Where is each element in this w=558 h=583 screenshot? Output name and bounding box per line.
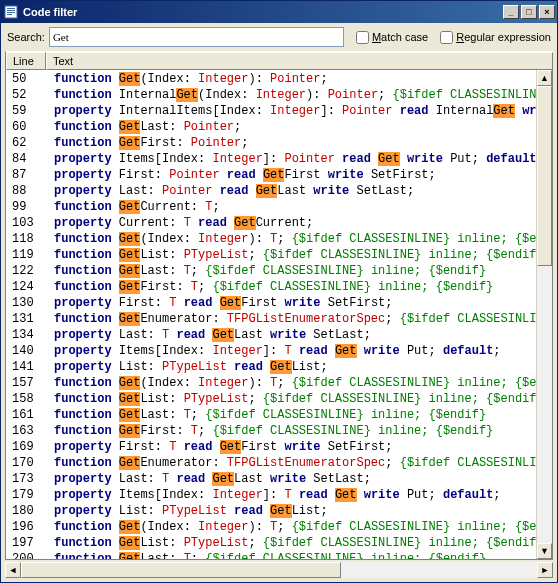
line-number: 173	[6, 471, 46, 487]
result-row[interactable]: 130property First: T read GetFirst write…	[6, 295, 536, 311]
maximize-button[interactable]: □	[521, 5, 537, 19]
line-number: 130	[6, 295, 46, 311]
result-row[interactable]: 179property Items[Index: Integer]: T rea…	[6, 487, 536, 503]
line-text: function GetList: PTypeList; {$ifdef CLA…	[46, 391, 536, 407]
line-text: property First: Pointer read GetFirst wr…	[46, 167, 536, 183]
line-number: 179	[6, 487, 46, 503]
svg-rect-1	[7, 8, 15, 9]
result-row[interactable]: 169property First: T read GetFirst write…	[6, 439, 536, 455]
result-row[interactable]: 119function GetList: PTypeList; {$ifdef …	[6, 247, 536, 263]
result-row[interactable]: 131function GetEnumerator: TFPGListEnume…	[6, 311, 536, 327]
result-row[interactable]: 50function Get(Index: Integer): Pointer;	[6, 71, 536, 87]
line-text: property Last: T read GetLast write SetL…	[46, 327, 536, 343]
line-number: 169	[6, 439, 46, 455]
close-button[interactable]: ×	[539, 5, 555, 19]
vertical-scrollbar[interactable]: ▲ ▼	[536, 70, 552, 559]
line-number: 124	[6, 279, 46, 295]
search-input[interactable]	[49, 27, 344, 47]
result-row[interactable]: 134property Last: T read GetLast write S…	[6, 327, 536, 343]
regex-checkbox[interactable]: Regular expression	[440, 31, 551, 44]
line-text: property Last: T read GetLast write SetL…	[46, 471, 536, 487]
result-row[interactable]: 197function GetList: PTypeList; {$ifdef …	[6, 535, 536, 551]
minimize-button[interactable]: _	[503, 5, 519, 19]
result-row[interactable]: 62function GetFirst: Pointer;	[6, 135, 536, 151]
svg-rect-3	[7, 12, 15, 13]
line-number: 50	[6, 71, 46, 87]
result-row[interactable]: 118function Get(Index: Integer): T; {$if…	[6, 231, 536, 247]
regex-label: Regular expression	[456, 31, 551, 43]
match-case-checkbox[interactable]: Match case	[356, 31, 428, 44]
column-headers: Line Text	[5, 51, 553, 70]
line-number: 122	[6, 263, 46, 279]
line-text: property List: PTypeList read GetList;	[46, 503, 536, 519]
scroll-down-button[interactable]: ▼	[537, 543, 552, 559]
result-row[interactable]: 84property Items[Index: Integer]: Pointe…	[6, 151, 536, 167]
line-text: function Get(Index: Integer): T; {$ifdef…	[46, 519, 536, 535]
line-text: function GetFirst: Pointer;	[46, 135, 536, 151]
column-header-text[interactable]: Text	[46, 52, 553, 70]
scroll-right-button[interactable]: ►	[537, 562, 553, 578]
regex-box[interactable]	[440, 31, 453, 44]
line-text: function GetEnumerator: TFPGListEnumerat…	[46, 455, 536, 471]
line-text: function GetCurrent: T;	[46, 199, 536, 215]
line-number: 87	[6, 167, 46, 183]
line-number: 103	[6, 215, 46, 231]
line-text: function Get(Index: Integer): Pointer;	[46, 71, 536, 87]
line-number: 99	[6, 199, 46, 215]
result-row[interactable]: 60function GetLast: Pointer;	[6, 119, 536, 135]
line-text: function GetList: PTypeList; {$ifdef CLA…	[46, 247, 536, 263]
scroll-thumb-horizontal[interactable]	[21, 562, 341, 578]
svg-rect-2	[7, 10, 15, 11]
svg-rect-4	[7, 14, 12, 15]
result-row[interactable]: 103property Current: T read GetCurrent;	[6, 215, 536, 231]
result-row[interactable]: 170function GetEnumerator: TFPGListEnume…	[6, 455, 536, 471]
result-row[interactable]: 163function GetFirst: T; {$ifdef CLASSES…	[6, 423, 536, 439]
scroll-thumb-vertical[interactable]	[537, 86, 552, 266]
result-row[interactable]: 124function GetFirst: T; {$ifdef CLASSES…	[6, 279, 536, 295]
line-number: 140	[6, 343, 46, 359]
result-row[interactable]: 158function GetList: PTypeList; {$ifdef …	[6, 391, 536, 407]
titlebar[interactable]: Code filter _ □ ×	[1, 1, 557, 23]
results-list[interactable]: 50function Get(Index: Integer): Pointer;…	[6, 70, 536, 559]
result-row[interactable]: 200function GetLast: T; {$ifdef CLASSESI…	[6, 551, 536, 559]
scroll-track-vertical[interactable]	[537, 86, 552, 543]
line-number: 119	[6, 247, 46, 263]
scroll-left-button[interactable]: ◄	[5, 562, 21, 578]
horizontal-scrollbar[interactable]: ◄ ►	[5, 562, 553, 578]
line-text: function InternalGet(Index: Integer): Po…	[46, 87, 536, 103]
line-text: function Get(Index: Integer): T; {$ifdef…	[46, 231, 536, 247]
search-row: Search: Match case Regular expression	[1, 23, 557, 51]
result-row[interactable]: 161function GetLast: T; {$ifdef CLASSESI…	[6, 407, 536, 423]
code-filter-window: Code filter _ □ × Search: Match case Reg…	[0, 0, 558, 583]
line-text: property Last: Pointer read GetLast writ…	[46, 183, 536, 199]
line-text: property First: T read GetFirst write Se…	[46, 439, 536, 455]
line-text: property Items[Index: Integer]: T read G…	[46, 487, 536, 503]
line-number: 180	[6, 503, 46, 519]
match-case-box[interactable]	[356, 31, 369, 44]
line-text: property Items[Index: Integer]: T read G…	[46, 343, 536, 359]
result-row[interactable]: 141property List: PTypeList read GetList…	[6, 359, 536, 375]
result-row[interactable]: 59property InternalItems[Index: Integer]…	[6, 103, 536, 119]
line-number: 118	[6, 231, 46, 247]
line-number: 131	[6, 311, 46, 327]
result-row[interactable]: 157function Get(Index: Integer): T; {$if…	[6, 375, 536, 391]
results-panel: 50function Get(Index: Integer): Pointer;…	[5, 70, 553, 560]
line-number: 59	[6, 103, 46, 119]
line-text: property List: PTypeList read GetList;	[46, 359, 536, 375]
result-row[interactable]: 87property First: Pointer read GetFirst …	[6, 167, 536, 183]
column-header-line[interactable]: Line	[6, 52, 46, 70]
result-row[interactable]: 196function Get(Index: Integer): T; {$if…	[6, 519, 536, 535]
scroll-track-horizontal[interactable]	[21, 562, 537, 578]
scroll-up-button[interactable]: ▲	[537, 70, 552, 86]
result-row[interactable]: 52function InternalGet(Index: Integer): …	[6, 87, 536, 103]
line-number: 170	[6, 455, 46, 471]
line-text: function GetLast: Pointer;	[46, 119, 536, 135]
result-row[interactable]: 180property List: PTypeList read GetList…	[6, 503, 536, 519]
line-number: 62	[6, 135, 46, 151]
result-row[interactable]: 140property Items[Index: Integer]: T rea…	[6, 343, 536, 359]
result-row[interactable]: 88property Last: Pointer read GetLast wr…	[6, 183, 536, 199]
result-row[interactable]: 122function GetLast: T; {$ifdef CLASSESI…	[6, 263, 536, 279]
result-row[interactable]: 99function GetCurrent: T;	[6, 199, 536, 215]
line-number: 161	[6, 407, 46, 423]
result-row[interactable]: 173property Last: T read GetLast write S…	[6, 471, 536, 487]
